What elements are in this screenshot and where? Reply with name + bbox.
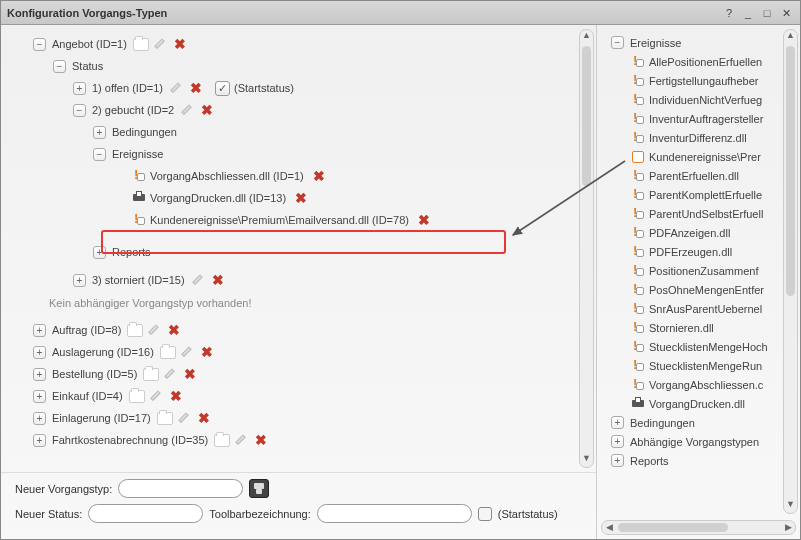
- delete-icon[interactable]: ✖: [201, 102, 213, 118]
- scroll-up-icon[interactable]: ▲: [784, 30, 797, 44]
- edit-icon[interactable]: [171, 81, 185, 95]
- save-button[interactable]: [249, 479, 269, 498]
- tree-node[interactable]: +Bestellung (ID=5)✖: [13, 363, 596, 385]
- expand-icon[interactable]: +: [33, 434, 46, 447]
- expand-icon[interactable]: +: [611, 454, 624, 467]
- tree-node-status[interactable]: − Status: [13, 55, 596, 77]
- tree-node-status-offen[interactable]: + 1) offen (ID=1) ✖ ✓ (Startstatus): [13, 77, 596, 99]
- edit-icon[interactable]: [236, 433, 250, 447]
- tree-node-bedingungen[interactable]: + Bedingungen: [13, 121, 596, 143]
- expand-icon[interactable]: +: [611, 435, 624, 448]
- delete-icon[interactable]: ✖: [418, 212, 430, 228]
- tree-node-event[interactable]: VorgangAbschliessen.dll (ID=1) ✖: [13, 165, 596, 187]
- tree-node-status-gebucht[interactable]: − 2) gebucht (ID=2 ✖: [13, 99, 596, 121]
- expand-icon[interactable]: +: [73, 274, 86, 287]
- scroll-up-icon[interactable]: ▲: [580, 30, 593, 44]
- expand-icon[interactable]: +: [33, 412, 46, 425]
- scroll-thumb[interactable]: [582, 46, 591, 186]
- delete-icon[interactable]: ✖: [255, 432, 267, 448]
- expand-icon[interactable]: +: [611, 416, 624, 429]
- collapse-icon[interactable]: −: [611, 36, 624, 49]
- expand-icon[interactable]: +: [93, 246, 106, 259]
- edit-icon[interactable]: [179, 411, 193, 425]
- tree-event-item[interactable]: PDFErzeugen.dll: [605, 242, 800, 261]
- tree-event-item[interactable]: PositionenZusammenf: [605, 261, 800, 280]
- startstatus-checkbox[interactable]: [478, 507, 492, 521]
- expand-icon[interactable]: +: [33, 390, 46, 403]
- collapse-icon[interactable]: −: [73, 104, 86, 117]
- tree-node-reports[interactable]: + Reports: [13, 241, 596, 263]
- delete-icon[interactable]: ✖: [190, 80, 202, 96]
- expand-icon[interactable]: +: [33, 324, 46, 337]
- tree-node-abhaengige[interactable]: + Abhängige Vorgangstypen: [605, 432, 800, 451]
- scroll-down-icon[interactable]: ▼: [784, 499, 797, 513]
- tree-node-bedingungen-r[interactable]: + Bedingungen: [605, 413, 800, 432]
- tree-node[interactable]: +Fahrtkostenabrechnung (ID=35)✖: [13, 429, 596, 451]
- delete-icon[interactable]: ✖: [168, 322, 180, 338]
- help-icon[interactable]: ?: [721, 6, 737, 20]
- vertical-scrollbar[interactable]: ▲ ▼: [579, 29, 594, 468]
- tree-event-item[interactable]: InventurAuftragersteller: [605, 109, 800, 128]
- tree-node-event[interactable]: VorgangDrucken.dll (ID=13) ✖: [13, 187, 596, 209]
- collapse-icon[interactable]: −: [93, 148, 106, 161]
- expand-icon[interactable]: +: [93, 126, 106, 139]
- edit-icon[interactable]: [151, 389, 165, 403]
- delete-icon[interactable]: ✖: [212, 272, 224, 288]
- edit-icon[interactable]: [193, 273, 207, 287]
- close-icon[interactable]: ✕: [778, 6, 794, 20]
- tree-event-item[interactable]: Kundenereignisse\Prer: [605, 147, 800, 166]
- new-type-input[interactable]: [118, 479, 243, 498]
- edit-icon[interactable]: [165, 367, 179, 381]
- tree-event-item[interactable]: PosOhneMengenEntfer: [605, 280, 800, 299]
- tree-event-item[interactable]: VorgangDrucken.dll: [605, 394, 800, 413]
- edit-icon[interactable]: [182, 103, 196, 117]
- tree-node-event-highlighted[interactable]: Kundenereignisse\Premium\Emailversand.dl…: [13, 209, 596, 231]
- delete-icon[interactable]: ✖: [295, 190, 307, 206]
- new-status-input[interactable]: [88, 504, 203, 523]
- tree-event-item[interactable]: AllePositionenErfuellen: [605, 52, 800, 71]
- tree-event-item[interactable]: IndividuenNichtVerfueg: [605, 90, 800, 109]
- tree-node[interactable]: +Einkauf (ID=4)✖: [13, 385, 596, 407]
- collapse-icon[interactable]: −: [33, 38, 46, 51]
- toolbar-input[interactable]: [317, 504, 472, 523]
- scroll-left-icon[interactable]: ◀: [602, 521, 616, 534]
- tree-event-item[interactable]: ParentKomplettErfuelle: [605, 185, 800, 204]
- edit-icon[interactable]: [149, 323, 163, 337]
- delete-icon[interactable]: ✖: [201, 344, 213, 360]
- tree-event-item[interactable]: StuecklistenMengeRun: [605, 356, 800, 375]
- tree-node-ereignisse-root[interactable]: − Ereignisse: [605, 33, 800, 52]
- tree-node-reports-r[interactable]: + Reports: [605, 451, 800, 470]
- tree-node[interactable]: +Einlagerung (ID=17)✖: [13, 407, 596, 429]
- tree-node[interactable]: +Auslagerung (ID=16)✖: [13, 341, 596, 363]
- tree-event-item[interactable]: StuecklistenMengeHoch: [605, 337, 800, 356]
- tree-event-item[interactable]: ParentUndSelbstErfuell: [605, 204, 800, 223]
- tree-event-item[interactable]: Stornieren.dll: [605, 318, 800, 337]
- vertical-scrollbar[interactable]: ▲ ▼: [783, 29, 798, 514]
- scroll-down-icon[interactable]: ▼: [580, 453, 593, 467]
- delete-icon[interactable]: ✖: [170, 388, 182, 404]
- startstatus-checkbox[interactable]: ✓: [215, 81, 230, 96]
- scroll-thumb[interactable]: [786, 46, 795, 296]
- tree-event-item[interactable]: Fertigstellungaufheber: [605, 71, 800, 90]
- tree-node-status-storniert[interactable]: + 3) storniert (ID=15) ✖: [13, 269, 596, 291]
- tree-event-item[interactable]: PDFAnzeigen.dll: [605, 223, 800, 242]
- tree-node[interactable]: +Auftrag (ID=8)✖: [13, 319, 596, 341]
- scroll-right-icon[interactable]: ▶: [781, 521, 795, 534]
- tree-event-item[interactable]: VorgangAbschliessen.c: [605, 375, 800, 394]
- delete-icon[interactable]: ✖: [174, 36, 186, 52]
- tree-node-angebot[interactable]: − Angebot (ID=1) ✖: [13, 33, 596, 55]
- edit-icon[interactable]: [182, 345, 196, 359]
- expand-icon[interactable]: +: [33, 346, 46, 359]
- expand-icon[interactable]: +: [33, 368, 46, 381]
- tree-event-item[interactable]: ParentErfuellen.dll: [605, 166, 800, 185]
- delete-icon[interactable]: ✖: [198, 410, 210, 426]
- tree-event-item[interactable]: SnrAusParentUebernel: [605, 299, 800, 318]
- delete-icon[interactable]: ✖: [184, 366, 196, 382]
- expand-icon[interactable]: +: [73, 82, 86, 95]
- edit-icon[interactable]: [155, 37, 169, 51]
- maximize-icon[interactable]: □: [759, 6, 775, 20]
- tree-event-item[interactable]: InventurDifferenz.dll: [605, 128, 800, 147]
- delete-icon[interactable]: ✖: [313, 168, 325, 184]
- minimize-icon[interactable]: _: [740, 6, 756, 20]
- horizontal-scrollbar[interactable]: ◀ ▶: [601, 520, 796, 535]
